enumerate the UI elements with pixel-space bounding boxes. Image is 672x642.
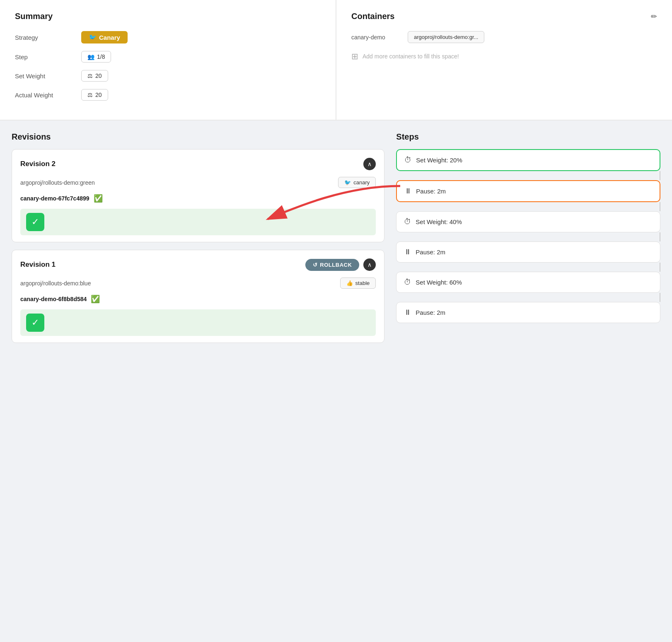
step-6-label: Pause: 2m xyxy=(416,309,445,316)
rollback-icon: ↺ xyxy=(313,262,318,268)
steps-list: ⏱ Set Weight: 20% ⏸ Pause: 2m ⏱ Set Weig… xyxy=(396,149,660,323)
step-2-label: Pause: 2m xyxy=(416,188,446,195)
summary-panel: Summary Strategy 🐦 Canary Step 👥 1/8 Set… xyxy=(0,0,336,120)
revision-1-title: Revision 1 xyxy=(20,261,56,269)
revision-1-card: Revision 1 ↺ ROLLBACK ∧ argoproj/rollout… xyxy=(12,250,384,343)
canary-sm-bird-icon: 🐦 xyxy=(344,179,351,186)
revision-2-card: Revision 2 ∧ argoproj/rollouts-demo:gree… xyxy=(12,149,384,242)
step-4-label: Pause: 2m xyxy=(416,249,445,256)
step-label: Step xyxy=(15,53,81,60)
step-6-icon: ⏸ xyxy=(404,308,411,317)
step-connector-4 xyxy=(660,263,660,272)
revision-2-check-area: ✓ xyxy=(20,209,376,235)
stable-icon: 👍 xyxy=(346,280,353,286)
revision-1-check-circle: ✅ xyxy=(91,294,100,304)
bottom-inner: Revisions Revision 2 ∧ argoproj/rollouts… xyxy=(12,132,660,350)
revision-1-pod-row: canary-demo-6f8b8d584 ✅ xyxy=(20,294,376,304)
rollback-label: ROLLBACK xyxy=(320,262,352,268)
step-item-4: ⏸ Pause: 2m xyxy=(396,241,660,263)
revision-1-header-buttons: ↺ ROLLBACK ∧ xyxy=(305,258,376,271)
actual-weight-badge: ⚖ 20 xyxy=(81,89,108,101)
step-item-6: ⏸ Pause: 2m xyxy=(396,302,660,323)
step-badge: 👥 1/8 xyxy=(81,51,111,63)
actual-weight-label: Actual Weight xyxy=(15,92,81,99)
edit-icon[interactable]: ✏ xyxy=(651,12,657,21)
revision-1-stable-badge[interactable]: 👍 stable xyxy=(340,278,376,289)
step-row: Step 👥 1/8 xyxy=(15,51,321,63)
actual-weight-value: 20 xyxy=(95,92,102,98)
step-item-3: ⏱ Set Weight: 40% xyxy=(396,211,660,232)
revision-1-check-area: ✓ xyxy=(20,309,376,336)
add-containers-text: Add more containers to fill this space! xyxy=(363,53,459,60)
strategy-canary-badge: 🐦 Canary xyxy=(81,31,128,43)
set-weight-badge: ⚖ 20 xyxy=(81,70,108,82)
step-4-icon: ⏸ xyxy=(404,248,411,256)
containers-header: Containers ✏ xyxy=(351,12,657,21)
step-5-label: Set Weight: 60% xyxy=(416,279,462,286)
revision-1-header: Revision 1 ↺ ROLLBACK ∧ xyxy=(20,258,376,271)
container-image: argoproj/rollouts-demo:gr... xyxy=(408,31,484,43)
revision-2-image-row: argoproj/rollouts-demo:green 🐦 canary xyxy=(20,177,376,188)
revision-2-canary-badge[interactable]: 🐦 canary xyxy=(338,177,376,188)
revision-1-image: argoproj/rollouts-demo:blue xyxy=(20,280,91,287)
revision-1-chevron[interactable]: ∧ xyxy=(363,258,376,271)
canary-bird-icon: 🐦 xyxy=(89,34,97,41)
revision-2-pod-name: canary-demo-67fc7c4899 xyxy=(20,195,89,202)
revisions-panel: Revisions Revision 2 ∧ argoproj/rollouts… xyxy=(12,132,384,350)
actual-weight-row: Actual Weight ⚖ 20 xyxy=(15,89,321,101)
strategy-label: Strategy xyxy=(15,34,81,41)
grid-hint-icon: ⊞ xyxy=(351,51,358,61)
step-connector-5 xyxy=(660,293,660,302)
revision-2-image: argoproj/rollouts-demo:green xyxy=(20,179,95,186)
step-item-2: ⏸ Pause: 2m xyxy=(396,180,660,202)
strategy-row: Strategy 🐦 Canary xyxy=(15,31,321,43)
set-weight-label: Set Weight xyxy=(15,72,81,80)
stable-text: stable xyxy=(355,280,370,286)
revision-2-check-box: ✓ xyxy=(26,213,44,231)
step-1-label: Set Weight: 20% xyxy=(416,157,462,164)
step-connector-2 xyxy=(660,202,660,211)
step-3-icon: ⏱ xyxy=(404,217,411,226)
step-item-1: ⏱ Set Weight: 20% xyxy=(396,149,660,171)
step-icon: 👥 xyxy=(87,53,94,60)
step-3-label: Set Weight: 40% xyxy=(416,218,462,225)
step-item-5: ⏱ Set Weight: 60% xyxy=(396,272,660,293)
step-connector-3 xyxy=(660,232,660,241)
revision-1-check-box: ✓ xyxy=(26,314,44,332)
set-weight-row: Set Weight ⚖ 20 xyxy=(15,70,321,82)
step-value: 1/8 xyxy=(97,53,105,60)
steps-title: Steps xyxy=(396,132,660,142)
step-connector-1 xyxy=(660,171,660,180)
revision-1-check-icon: ✓ xyxy=(31,317,39,328)
revision-2-pod-row: canary-demo-67fc7c4899 ✅ xyxy=(20,194,376,203)
rollback-button[interactable]: ↺ ROLLBACK xyxy=(305,259,359,271)
revision-1-pod-name: canary-demo-6f8b8d584 xyxy=(20,296,87,302)
set-weight-icon: ⚖ xyxy=(87,72,93,79)
revisions-title: Revisions xyxy=(12,132,384,142)
revision-1-image-row: argoproj/rollouts-demo:blue 👍 stable xyxy=(20,278,376,289)
actual-weight-icon: ⚖ xyxy=(87,92,93,98)
revision-2-title: Revision 2 xyxy=(20,160,56,168)
container-row: canary-demo argoproj/rollouts-demo:gr... xyxy=(351,31,657,43)
step-1-icon: ⏱ xyxy=(404,156,412,164)
summary-title: Summary xyxy=(15,12,321,21)
set-weight-value: 20 xyxy=(95,72,102,79)
canary-sm-text: canary xyxy=(353,179,370,186)
steps-panel: Steps ⏱ Set Weight: 20% ⏸ Pause: 2m ⏱ Se xyxy=(396,132,660,350)
step-5-icon: ⏱ xyxy=(404,278,411,287)
revision-2-check-circle: ✅ xyxy=(94,194,103,203)
bottom-section: Revisions Revision 2 ∧ argoproj/rollouts… xyxy=(0,121,672,362)
revision-2-chevron[interactable]: ∧ xyxy=(363,158,376,170)
containers-title: Containers xyxy=(351,12,394,21)
step-2-icon: ⏸ xyxy=(404,187,412,195)
container-name: canary-demo xyxy=(351,34,401,41)
containers-panel: Containers ✏ canary-demo argoproj/rollou… xyxy=(336,0,672,120)
revision-2-header: Revision 2 ∧ xyxy=(20,158,376,170)
revision-2-check-icon: ✓ xyxy=(31,217,39,227)
canary-badge-text: Canary xyxy=(99,34,120,41)
add-containers-hint: ⊞ Add more containers to fill this space… xyxy=(351,51,657,61)
